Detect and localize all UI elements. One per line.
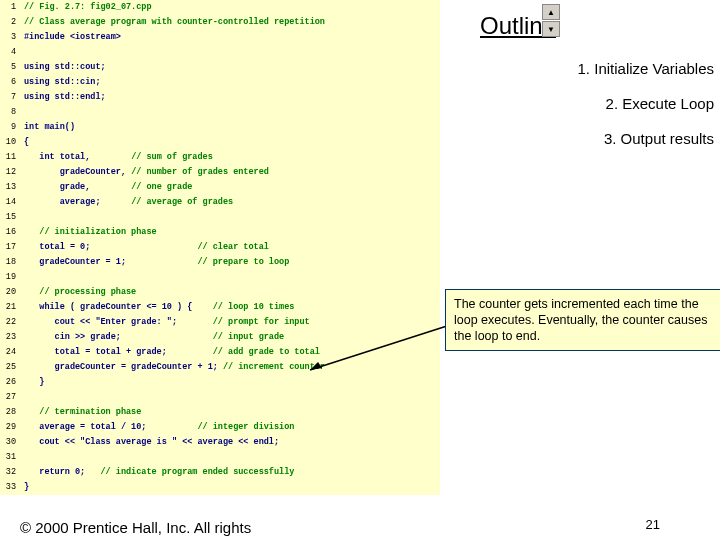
code-line: 31	[0, 450, 440, 465]
line-number: 17	[0, 240, 20, 255]
footer-page: 21	[646, 517, 660, 532]
code-line: 17 total = 0; // clear total	[0, 240, 440, 255]
code-text: // Fig. 2.7: fig02_07.cpp	[20, 0, 440, 15]
line-number: 10	[0, 135, 20, 150]
code-text: gradeCounter = 1; // prepare to loop	[20, 255, 440, 270]
line-number: 20	[0, 285, 20, 300]
code-text: while ( gradeCounter <= 10 ) { // loop 1…	[20, 300, 440, 315]
code-text: // Class average program with counter-co…	[20, 15, 440, 30]
code-text: }	[20, 480, 440, 495]
line-number: 9	[0, 120, 20, 135]
line-number: 15	[0, 210, 20, 225]
code-text	[20, 390, 440, 405]
scroll-up-button[interactable]: ▲	[542, 4, 560, 20]
outline-item-1: 1. Initialize Variables	[440, 60, 714, 77]
code-line: 32 return 0; // indicate program ended s…	[0, 465, 440, 480]
line-number: 32	[0, 465, 20, 480]
scroll-down-button[interactable]: ▼	[542, 21, 560, 37]
line-number: 24	[0, 345, 20, 360]
line-number: 8	[0, 105, 20, 120]
code-text: gradeCounter, // number of grades entere…	[20, 165, 440, 180]
line-number: 11	[0, 150, 20, 165]
code-line: 30 cout << "Class average is " << averag…	[0, 435, 440, 450]
code-line: 1// Fig. 2.7: fig02_07.cpp	[0, 0, 440, 15]
code-line: 3#include <iostream>	[0, 30, 440, 45]
line-number: 28	[0, 405, 20, 420]
code-line: 7using std::endl;	[0, 90, 440, 105]
code-line: 6using std::cin;	[0, 75, 440, 90]
line-number: 29	[0, 420, 20, 435]
line-number: 23	[0, 330, 20, 345]
callout-box: The counter gets incremented each time t…	[445, 289, 720, 351]
line-number: 33	[0, 480, 20, 495]
line-number: 26	[0, 375, 20, 390]
code-line: 11 int total, // sum of grades	[0, 150, 440, 165]
line-number: 3	[0, 30, 20, 45]
code-line: 2// Class average program with counter-c…	[0, 15, 440, 30]
callout-text: The counter gets incremented each time t…	[454, 297, 707, 343]
code-text: int total, // sum of grades	[20, 150, 440, 165]
outline-item-3: 3. Output results	[440, 130, 714, 147]
code-line: 27	[0, 390, 440, 405]
line-number: 19	[0, 270, 20, 285]
code-line: 9int main()	[0, 120, 440, 135]
code-line: 29 average = total / 10; // integer divi…	[0, 420, 440, 435]
line-number: 7	[0, 90, 20, 105]
code-line: 5using std::cout;	[0, 60, 440, 75]
line-number: 13	[0, 180, 20, 195]
code-text: average = total / 10; // integer divisio…	[20, 420, 440, 435]
code-text	[20, 270, 440, 285]
code-text	[20, 210, 440, 225]
code-line: 14 average; // average of grades	[0, 195, 440, 210]
code-text: average; // average of grades	[20, 195, 440, 210]
code-line: 19	[0, 270, 440, 285]
code-line: 18 gradeCounter = 1; // prepare to loop	[0, 255, 440, 270]
code-text: // termination phase	[20, 405, 440, 420]
code-line: 4	[0, 45, 440, 60]
code-text	[20, 45, 440, 60]
outline-items: 1. Initialize Variables 2. Execute Loop …	[440, 60, 720, 147]
svg-marker-1	[310, 362, 322, 370]
outline-title: Outline	[480, 12, 720, 40]
code-text: using std::cout;	[20, 60, 440, 75]
code-line: 16 // initialization phase	[0, 225, 440, 240]
callout-arrow	[300, 320, 460, 380]
code-text: total = 0; // clear total	[20, 240, 440, 255]
line-number: 4	[0, 45, 20, 60]
code-text: cout << "Class average is " << average <…	[20, 435, 440, 450]
line-number: 25	[0, 360, 20, 375]
line-number: 21	[0, 300, 20, 315]
line-number: 31	[0, 450, 20, 465]
outline-item-2: 2. Execute Loop	[440, 95, 714, 112]
code-line: 33}	[0, 480, 440, 495]
code-text: return 0; // indicate program ended succ…	[20, 465, 440, 480]
line-number: 12	[0, 165, 20, 180]
line-number: 18	[0, 255, 20, 270]
code-line: 28 // termination phase	[0, 405, 440, 420]
svg-line-0	[310, 325, 450, 370]
footer-copyright: © 2000 Prentice Hall, Inc. All rights	[20, 519, 251, 536]
line-number: 2	[0, 15, 20, 30]
code-text	[20, 105, 440, 120]
code-text: int main()	[20, 120, 440, 135]
scroll-arrows: ▲ ▼	[542, 4, 560, 38]
code-text: {	[20, 135, 440, 150]
line-number: 1	[0, 0, 20, 15]
code-text: // processing phase	[20, 285, 440, 300]
code-text: using std::cin;	[20, 75, 440, 90]
code-text: #include <iostream>	[20, 30, 440, 45]
code-line: 13 grade, // one grade	[0, 180, 440, 195]
code-line: 21 while ( gradeCounter <= 10 ) { // loo…	[0, 300, 440, 315]
line-number: 5	[0, 60, 20, 75]
code-line: 20 // processing phase	[0, 285, 440, 300]
code-text	[20, 450, 440, 465]
code-text: grade, // one grade	[20, 180, 440, 195]
outline-panel: ▲ ▼ Outline 1. Initialize Variables 2. E…	[440, 0, 720, 165]
line-number: 27	[0, 390, 20, 405]
line-number: 30	[0, 435, 20, 450]
code-line: 15	[0, 210, 440, 225]
code-line: 12 gradeCounter, // number of grades ent…	[0, 165, 440, 180]
code-text: using std::endl;	[20, 90, 440, 105]
code-listing: 1// Fig. 2.7: fig02_07.cpp2// Class aver…	[0, 0, 440, 495]
code-line: 8	[0, 105, 440, 120]
